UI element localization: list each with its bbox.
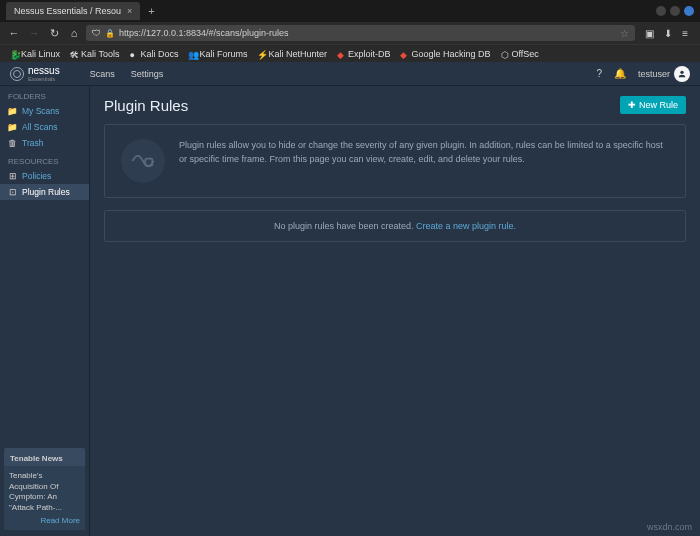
app-header: nessus Essentials Scans Settings ? 🔔 tes…: [0, 62, 700, 86]
window-controls: [656, 6, 694, 16]
bookmark-ghdb[interactable]: ◆Google Hacking DB: [396, 49, 494, 59]
maximize-button[interactable]: [670, 6, 680, 16]
trash-icon: 🗑: [8, 139, 17, 148]
bookmark-exploitdb[interactable]: ◆Exploit-DB: [333, 49, 395, 59]
page-title: Plugin Rules: [104, 97, 188, 114]
tools-icon: 🛠: [70, 50, 78, 58]
bookmark-kali-docs[interactable]: ●Kali Docs: [125, 49, 182, 59]
close-window-button[interactable]: [684, 6, 694, 16]
watermark: wsxdn.com: [647, 522, 692, 532]
info-box: Plugin rules allow you to hide or change…: [104, 124, 686, 198]
username: testuser: [638, 69, 670, 79]
sidebar-item-policies[interactable]: ⊞Policies: [0, 168, 89, 184]
menu-icon[interactable]: ≡: [682, 28, 688, 39]
forum-icon: 👥: [188, 50, 196, 58]
new-rule-button[interactable]: ✚ New Rule: [620, 96, 686, 114]
download-icon[interactable]: ⬇: [664, 28, 672, 39]
info-text: Plugin rules allow you to hide or change…: [179, 139, 669, 183]
bookmark-kali-linux[interactable]: 🐉Kali Linux: [6, 49, 64, 59]
sidebar-item-trash[interactable]: 🗑Trash: [0, 135, 89, 151]
sidebar-section-folders: FOLDERS: [0, 86, 89, 103]
notifications-icon[interactable]: 🔔: [614, 68, 626, 79]
offsec-icon: ⬡: [501, 50, 509, 58]
bookmarks-bar: 🐉Kali Linux 🛠Kali Tools ●Kali Docs 👥Kali…: [0, 44, 700, 62]
tab-title: Nessus Essentials / Resou: [14, 6, 121, 16]
folder-icon: 📁: [8, 107, 17, 116]
url-input[interactable]: 🛡 🔒 https://127.0.0.1:8834/#/scans/plugi…: [86, 25, 635, 41]
empty-text: No plugin rules have been created.: [274, 221, 416, 231]
url-text: https://127.0.0.1:8834/#/scans/plugin-ru…: [119, 28, 616, 38]
reload-button[interactable]: ↻: [46, 27, 62, 40]
minimize-button[interactable]: [656, 6, 666, 16]
user-menu[interactable]: testuser: [638, 66, 690, 82]
sidebar-section-resources: RESOURCES: [0, 151, 89, 168]
nav-tab-scans[interactable]: Scans: [90, 69, 115, 79]
nav-tabs: Scans Settings: [90, 69, 164, 79]
news-card: Tenable News Tenable's Acquisition Of Cy…: [4, 448, 85, 530]
sidebar-item-all-scans[interactable]: 📁All Scans: [0, 119, 89, 135]
url-right-icons: ▣ ⬇ ≡: [639, 28, 694, 39]
nethunter-icon: ⚡: [257, 50, 265, 58]
bookmark-star-icon[interactable]: ☆: [620, 28, 629, 39]
logo[interactable]: nessus Essentials: [10, 66, 60, 82]
dragon-icon: 🐉: [10, 50, 18, 58]
close-tab-icon[interactable]: ×: [127, 6, 132, 16]
plus-icon: ✚: [628, 100, 636, 110]
nessus-logo-icon: [10, 67, 24, 81]
main: FOLDERS 📁My Scans 📁All Scans 🗑Trash RESO…: [0, 86, 700, 536]
browser-tab[interactable]: Nessus Essentials / Resou ×: [6, 2, 140, 20]
help-icon[interactable]: ?: [596, 68, 602, 79]
sidebar-item-plugin-rules[interactable]: ⊡Plugin Rules: [0, 184, 89, 200]
content: Plugin Rules ✚ New Rule Plugin rules all…: [90, 86, 700, 536]
header-right: ? 🔔 testuser: [596, 66, 690, 82]
exploit-icon: ◆: [337, 50, 345, 58]
bookmark-offsec[interactable]: ⬡OffSec: [497, 49, 543, 59]
plugin-rules-illustration-icon: [121, 139, 165, 183]
forward-button[interactable]: →: [26, 27, 42, 39]
folder-icon: 📁: [8, 123, 17, 132]
plugin-icon: ⊡: [8, 188, 17, 197]
news-link[interactable]: Read More: [9, 516, 80, 525]
logo-sub: Essentials: [28, 76, 60, 82]
bookmark-kali-tools[interactable]: 🛠Kali Tools: [66, 49, 123, 59]
bookmark-nethunter[interactable]: ⚡Kali NetHunter: [253, 49, 331, 59]
url-bar: ← → ↻ ⌂ 🛡 🔒 https://127.0.0.1:8834/#/sca…: [0, 22, 700, 44]
news-head: Tenable News: [10, 454, 79, 463]
lock-icon: 🔒: [105, 29, 115, 38]
shield-icon: 🛡: [92, 28, 101, 38]
nav-tab-settings[interactable]: Settings: [131, 69, 164, 79]
sidebar: FOLDERS 📁My Scans 📁All Scans 🗑Trash RESO…: [0, 86, 90, 536]
titlebar: Nessus Essentials / Resou × +: [0, 0, 700, 22]
reader-icon[interactable]: ▣: [645, 28, 654, 39]
back-button[interactable]: ←: [6, 27, 22, 39]
avatar-icon: [674, 66, 690, 82]
policy-icon: ⊞: [8, 172, 17, 181]
docs-icon: ●: [129, 50, 137, 58]
logo-main: nessus: [28, 66, 60, 76]
ghdb-icon: ◆: [400, 50, 408, 58]
news-title: Tenable's Acquisition Of Cymptom: An "At…: [9, 471, 80, 513]
create-rule-link[interactable]: Create a new plugin rule.: [416, 221, 516, 231]
page-head: Plugin Rules ✚ New Rule: [104, 96, 686, 114]
svg-point-0: [680, 70, 683, 73]
bookmark-kali-forums[interactable]: 👥Kali Forums: [184, 49, 251, 59]
sidebar-item-my-scans[interactable]: 📁My Scans: [0, 103, 89, 119]
new-tab-button[interactable]: +: [148, 5, 154, 17]
empty-state: No plugin rules have been created. Creat…: [104, 210, 686, 242]
home-button[interactable]: ⌂: [66, 27, 82, 39]
